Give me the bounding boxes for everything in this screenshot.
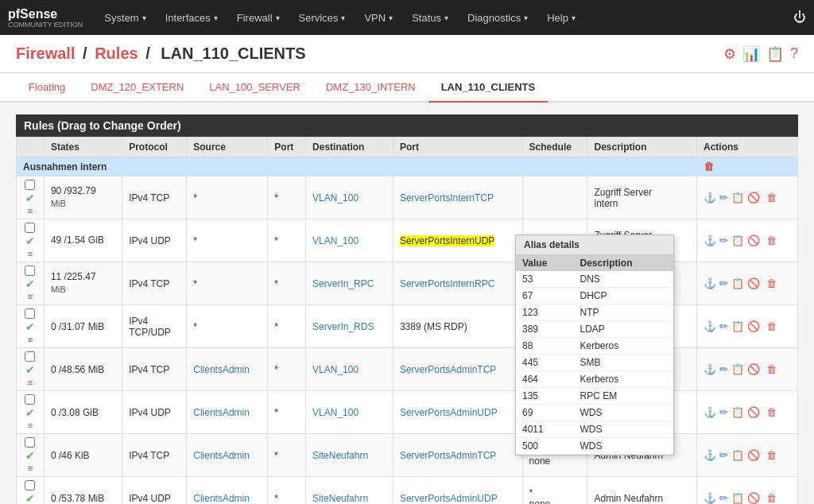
row-checkbox[interactable] xyxy=(25,437,35,448)
nav-item-interfaces[interactable]: Interfaces ▾ xyxy=(156,0,227,35)
copy2-icon[interactable]: 📋 xyxy=(731,363,744,375)
copy2-icon[interactable]: 📋 xyxy=(731,320,744,332)
logout-icon[interactable]: ⏻ xyxy=(793,10,806,25)
chevron-down-icon: ▾ xyxy=(524,14,528,22)
copy2-icon[interactable]: 📋 xyxy=(731,492,744,504)
col-states: States xyxy=(44,138,122,157)
block-icon[interactable]: 🚫 xyxy=(747,492,760,504)
dest-cell[interactable]: ServerIn_RPC xyxy=(306,262,393,305)
delete-icon[interactable]: 🗑 xyxy=(766,320,777,332)
tab-dmz130[interactable]: DMZ_130_INTERN xyxy=(313,73,428,103)
chart-icon[interactable]: 📊 xyxy=(742,45,760,63)
block-icon[interactable]: 🚫 xyxy=(747,277,760,289)
action-icons: ⚓ ✏ 📋 🚫 🗑 xyxy=(704,235,791,246)
row-check-col: ✔ ≡ xyxy=(17,477,45,505)
nav-item-diagnostics[interactable]: Diagnostics ▾ xyxy=(458,0,537,35)
dest-cell[interactable]: VLAN_100 xyxy=(306,348,393,391)
dest-cell[interactable]: VLAN_100 xyxy=(306,219,393,262)
anchor-icon[interactable]: ⚓ xyxy=(704,192,716,204)
block-icon[interactable]: 🚫 xyxy=(747,363,760,375)
port-cell[interactable]: ServerPortsAdminTCP xyxy=(393,348,522,391)
edit-icon[interactable]: ✏ xyxy=(719,492,728,504)
delete-icon[interactable]: 🗑 xyxy=(766,449,777,461)
nav-item-system[interactable]: System ▾ xyxy=(95,0,155,35)
tab-lan100[interactable]: LAN_100_SERVER xyxy=(196,73,313,103)
row-checkbox[interactable] xyxy=(25,180,35,190)
highlighted-port[interactable]: ServerPortsInternUDP xyxy=(400,235,494,246)
port-cell[interactable]: ServerPortsAdminTCP xyxy=(393,434,522,477)
delete-icon[interactable]: 🗑 xyxy=(766,363,777,375)
source-cell[interactable]: ClientsAdmin xyxy=(187,391,268,434)
section-action-icons: 🗑 xyxy=(704,161,791,173)
anchor-icon[interactable]: ⚓ xyxy=(704,449,716,461)
anchor-icon[interactable]: ⚓ xyxy=(704,406,716,418)
anchor-icon[interactable]: ⚓ xyxy=(704,277,716,289)
dest-cell[interactable]: VLAN_100 xyxy=(306,176,393,219)
row-checkbox[interactable] xyxy=(25,351,35,362)
help-icon[interactable]: ? xyxy=(790,45,798,63)
tab-lan110[interactable]: LAN_110_CLIENTS xyxy=(428,73,548,103)
dest-cell[interactable]: SiteNeufahrn xyxy=(306,477,393,505)
port-cell[interactable]: ServerPortsAdminUDP xyxy=(393,391,522,434)
port-cell[interactable]: ServerPortsAdminUDP xyxy=(393,477,522,505)
port-cell[interactable]: ServerPortsInternRPC xyxy=(393,262,522,305)
nav-item-vpn[interactable]: VPN ▾ xyxy=(355,0,402,35)
copy2-icon[interactable]: 📋 xyxy=(731,277,744,289)
copy2-icon[interactable]: 📋 xyxy=(731,235,744,246)
edit-icon[interactable]: ✏ xyxy=(719,406,728,418)
edit-icon[interactable]: ✏ xyxy=(719,235,728,246)
main-content: Rules (Drag to Change Order) States Prot… xyxy=(0,103,814,504)
row-checkbox[interactable] xyxy=(25,223,35,233)
dest-cell[interactable]: ServerIn_RDS xyxy=(306,305,393,348)
nav-item-firewall[interactable]: Firewall ▾ xyxy=(227,0,289,35)
delete-icon[interactable]: 🗑 xyxy=(704,161,714,173)
source-cell[interactable]: ClientsAdmin xyxy=(187,348,268,391)
copy2-icon[interactable]: 📋 xyxy=(731,406,744,418)
actions-cell: ⚓ ✏ 📋 🚫 🗑 xyxy=(697,477,798,505)
block-icon[interactable]: 🚫 xyxy=(747,192,760,204)
delete-icon[interactable]: 🗑 xyxy=(766,406,777,418)
row-checkbox[interactable] xyxy=(25,480,35,490)
edit-icon[interactable]: ✏ xyxy=(719,192,728,204)
breadcrumb-firewall[interactable]: Firewall xyxy=(16,45,75,62)
anchor-icon[interactable]: ⚓ xyxy=(704,320,716,332)
copy-icon[interactable]: 📋 xyxy=(766,45,784,63)
row-checkbox[interactable] xyxy=(25,308,35,319)
block-icon[interactable]: 🚫 xyxy=(747,235,760,246)
copy2-icon[interactable]: 📋 xyxy=(731,449,744,461)
edit-icon[interactable]: ✏ xyxy=(719,363,728,375)
nav-item-help[interactable]: Help ▾ xyxy=(537,0,585,35)
block-icon[interactable]: 🚫 xyxy=(747,449,760,461)
delete-icon[interactable]: 🗑 xyxy=(766,235,777,246)
rule-icon: ≡ xyxy=(28,249,33,258)
row-checkbox[interactable] xyxy=(25,266,35,276)
nav-item-status[interactable]: Status ▾ xyxy=(402,0,458,35)
edit-icon[interactable]: ✏ xyxy=(719,320,728,332)
delete-icon[interactable]: 🗑 xyxy=(766,192,777,204)
anchor-icon[interactable]: ⚓ xyxy=(704,235,716,246)
breadcrumb-rules[interactable]: Rules xyxy=(95,45,138,62)
anchor-icon[interactable]: ⚓ xyxy=(704,492,716,504)
port-cell[interactable]: ServerPortsInternUDP xyxy=(393,219,522,262)
row-checkbox[interactable] xyxy=(25,394,35,405)
source-cell[interactable]: ClientsAdmin xyxy=(187,434,268,477)
row-icons: ✔ ≡ xyxy=(23,266,37,301)
block-icon[interactable]: 🚫 xyxy=(747,406,760,418)
block-icon[interactable]: 🚫 xyxy=(747,320,760,332)
delete-icon[interactable]: 🗑 xyxy=(766,492,777,504)
filter-icon[interactable]: ⚙ xyxy=(723,45,736,63)
edit-icon[interactable]: ✏ xyxy=(719,449,728,461)
protocol-cell: IPv4TCP/UDP xyxy=(122,305,187,348)
port-cell[interactable]: ServerPortsInternTCP xyxy=(393,176,522,219)
tab-dmz120[interactable]: DMZ_120_EXTERN xyxy=(78,73,196,103)
source-cell[interactable]: ClientsAdmin xyxy=(187,477,268,505)
anchor-icon[interactable]: ⚓ xyxy=(704,363,716,375)
delete-icon[interactable]: 🗑 xyxy=(766,277,777,289)
edit-icon[interactable]: ✏ xyxy=(719,277,728,289)
copy2-icon[interactable]: 📋 xyxy=(731,192,744,204)
dest-cell[interactable]: VLAN_100 xyxy=(306,391,393,434)
actions-cell: ⚓ ✏ 📋 🚫 🗑 xyxy=(697,219,798,262)
dest-cell[interactable]: SiteNeufahrn xyxy=(306,434,393,477)
tab-floating[interactable]: Floating xyxy=(16,73,78,103)
nav-item-services[interactable]: Services ▾ xyxy=(289,0,355,35)
